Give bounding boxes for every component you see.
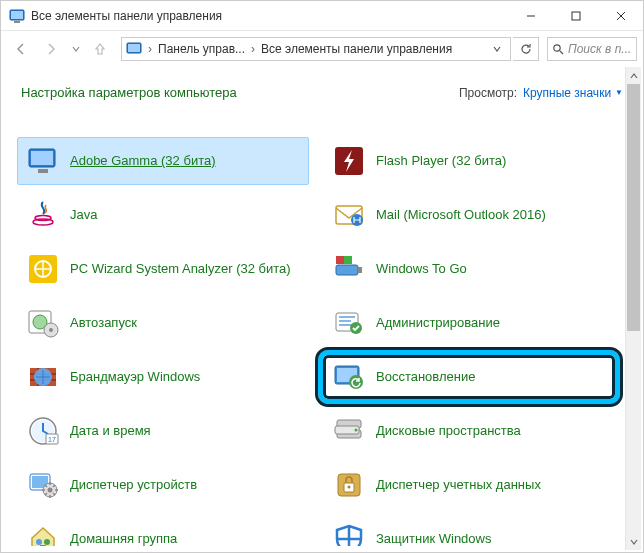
svg-point-9 [554, 45, 560, 51]
svg-point-51 [36, 539, 42, 545]
control-panel-item[interactable]: Диспетчер учетных данных [323, 461, 615, 509]
search-input[interactable]: Поиск в п... [547, 37, 637, 61]
content-header: Настройка параметров компьютера Просмотр… [1, 67, 643, 108]
svg-rect-1 [11, 11, 23, 19]
navbar: › Панель управ... › Все элементы панели … [1, 31, 643, 67]
item-label: Windows To Go [376, 261, 467, 277]
control-panel-item[interactable]: Adobe Gamma (32 бита) [17, 137, 309, 185]
nav-forward-button[interactable] [37, 35, 65, 63]
control-panel-item[interactable]: 17Дата и время [17, 407, 309, 455]
maximize-button[interactable] [553, 1, 598, 31]
svg-rect-4 [572, 12, 580, 20]
item-label: Автозапуск [70, 315, 137, 331]
control-panel-item[interactable]: Java [17, 191, 309, 239]
item-label: Дата и время [70, 423, 151, 439]
scroll-down-button[interactable] [626, 533, 641, 550]
credmgr-icon [332, 468, 366, 502]
clock-icon: 17 [26, 414, 60, 448]
storage-icon [332, 414, 366, 448]
svg-rect-23 [336, 256, 344, 264]
item-label: Диспетчер устройств [70, 477, 197, 493]
item-label: Adobe Gamma (32 бита) [70, 153, 216, 169]
item-label: PC Wizard System Analyzer (32 бита) [70, 261, 291, 277]
chevron-right-icon[interactable]: › [146, 42, 154, 56]
nav-up-button[interactable] [87, 36, 113, 62]
vertical-scrollbar[interactable] [625, 67, 641, 550]
svg-text:17: 17 [48, 436, 56, 443]
autoplay-icon [26, 306, 60, 340]
item-label: Дисковые пространства [376, 423, 521, 439]
breadcrumb-segment[interactable]: Все элементы панели управления [257, 42, 456, 56]
control-panel-item[interactable]: Автозапуск [17, 299, 309, 347]
chevron-right-icon[interactable]: › [249, 42, 257, 56]
view-label: Просмотр: [459, 86, 517, 100]
control-panel-item[interactable]: Flash Player (32 бита) [323, 137, 615, 185]
svg-point-52 [44, 539, 50, 545]
control-panel-item[interactable]: Брандмауэр Windows [17, 353, 309, 401]
control-panel-item[interactable]: PC Wizard System Analyzer (32 бита) [17, 245, 309, 293]
mail-icon [332, 198, 366, 232]
view-dropdown[interactable]: Крупные значки ▼ [523, 86, 623, 100]
control-panel-item[interactable]: Диспетчер устройств [17, 461, 309, 509]
nav-history-dropdown[interactable] [67, 35, 85, 63]
minimize-button[interactable] [508, 1, 553, 31]
chevron-down-icon: ▼ [615, 88, 623, 97]
item-label: Администрирование [376, 315, 500, 331]
svg-rect-21 [336, 265, 358, 275]
svg-rect-24 [344, 256, 352, 264]
control-panel-item[interactable]: Дисковые пространства [323, 407, 615, 455]
svg-rect-13 [38, 169, 48, 173]
control-panel-item[interactable]: Mail (Microsoft Outlook 2016) [323, 191, 615, 239]
svg-rect-22 [358, 267, 362, 273]
item-label: Домашняя группа [70, 531, 177, 546]
window-controls [508, 1, 643, 31]
item-label: Flash Player (32 бита) [376, 153, 506, 169]
devmgr-icon [26, 468, 60, 502]
svg-point-47 [48, 488, 53, 493]
svg-point-28 [49, 328, 53, 332]
flash-icon [332, 144, 366, 178]
search-placeholder: Поиск в п... [568, 42, 631, 56]
control-panel-item[interactable]: Администрирование [323, 299, 615, 347]
window-title: Все элементы панели управления [31, 9, 222, 23]
address-dropdown[interactable] [488, 44, 506, 54]
page-title: Настройка параметров компьютера [21, 85, 459, 100]
scroll-thumb[interactable] [627, 84, 640, 331]
scroll-track[interactable] [626, 84, 641, 533]
recovery-icon [332, 360, 366, 394]
items-area: Adobe Gamma (32 бита)Flash Player (32 би… [9, 131, 623, 546]
titlebar: Все элементы панели управления [1, 1, 643, 31]
item-label: Защитник Windows [376, 531, 491, 546]
control-panel-icon [126, 41, 142, 57]
defender-icon [332, 522, 366, 546]
svg-point-16 [35, 216, 51, 221]
address-bar[interactable]: › Панель управ... › Все элементы панели … [121, 37, 511, 61]
svg-rect-12 [31, 151, 53, 165]
close-button[interactable] [598, 1, 643, 31]
breadcrumb-segment[interactable]: Панель управ... [154, 42, 249, 56]
svg-rect-2 [14, 21, 20, 23]
admin-icon [332, 306, 366, 340]
control-panel-item[interactable]: Windows To Go [323, 245, 615, 293]
search-icon [552, 43, 564, 55]
control-panel-item[interactable]: Домашняя группа [17, 515, 309, 546]
item-label: Mail (Microsoft Outlook 2016) [376, 207, 546, 223]
scroll-up-button[interactable] [626, 67, 641, 84]
item-label: Диспетчер учетных данных [376, 477, 541, 493]
control-panel-icon [9, 8, 25, 24]
control-panel-item[interactable]: Защитник Windows [323, 515, 615, 546]
java-icon [26, 198, 60, 232]
item-label: Восстановление [376, 369, 475, 385]
svg-rect-8 [128, 44, 140, 52]
wizard-icon [26, 252, 60, 286]
monitor-icon [26, 144, 60, 178]
homegroup-icon [26, 522, 60, 546]
firewall-icon [26, 360, 60, 394]
nav-back-button[interactable] [7, 35, 35, 63]
refresh-button[interactable] [513, 37, 539, 61]
control-panel-item[interactable]: Восстановление [323, 353, 615, 401]
svg-point-43 [355, 429, 358, 432]
item-label: Брандмауэр Windows [70, 369, 200, 385]
svg-line-10 [560, 51, 563, 54]
svg-rect-53 [40, 545, 46, 546]
